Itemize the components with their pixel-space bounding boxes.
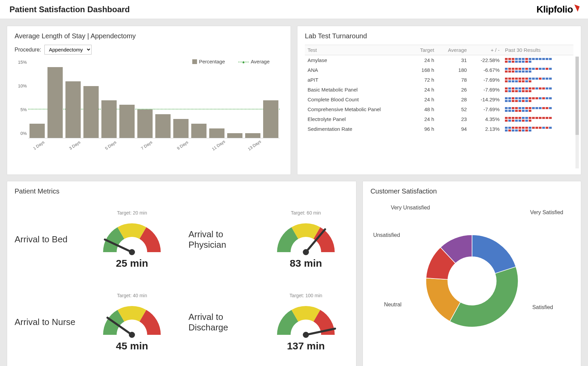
x-label: 11 Days (210, 138, 227, 152)
customer-satisfaction-card: Customer Satisfaction Very Satisfied Sat… (362, 181, 581, 366)
label-very-unsatisfied: Very Unsatisfied (391, 205, 430, 211)
gauge-value: 45 min (89, 340, 175, 352)
bar (30, 124, 45, 138)
donut-slice (450, 267, 518, 327)
card-title: Patient Metrics (15, 187, 349, 195)
x-label: 9 Days (174, 138, 191, 152)
y-tick: 5% (20, 107, 27, 112)
donut-slice (472, 235, 516, 273)
satisfaction-donut: Very Satisfied Satisfied Neutral Unsatis… (370, 200, 573, 362)
card-title: Customer Satisfaction (370, 187, 573, 195)
table-row[interactable]: Sedimentation Rate96 h942.13% (305, 124, 573, 134)
procedure-select[interactable]: Appendectomy (44, 45, 92, 55)
x-label (228, 138, 245, 152)
sparkline-icon (505, 78, 552, 82)
bar (263, 100, 278, 138)
sparkline-icon (505, 117, 552, 122)
col-delta[interactable]: + / - (470, 45, 503, 55)
sparkline-icon (505, 107, 552, 112)
brand-logo: Klipfolio◥ (536, 4, 579, 15)
y-tick: 10% (18, 83, 27, 88)
table-row[interactable]: Amylase24 h31-22.58% (305, 55, 573, 65)
bar (245, 133, 260, 138)
bar (65, 81, 81, 138)
patient-metrics-card: Patient Metrics Arrival to BedTarget: 20… (7, 181, 356, 366)
label-unsatisfied: Unsatisfied (373, 232, 400, 238)
svg-point-1 (129, 249, 135, 255)
svg-point-7 (303, 332, 309, 338)
x-label (48, 138, 65, 152)
percentage-swatch-icon (192, 59, 197, 64)
table-row[interactable]: Electrolyte Panel24 h234.35% (305, 114, 573, 124)
x-label (84, 138, 101, 152)
table-row[interactable]: Complete Blood Count24 h28-14.29% (305, 95, 573, 104)
bar (101, 100, 117, 138)
x-label: 13 Days (246, 138, 263, 152)
gauge-value: 83 min (263, 258, 349, 269)
sparkline-icon (505, 127, 552, 131)
gauge-cell: Arrival to NurseTarget: 40 min 45 min (15, 283, 175, 362)
gauge-label: Arrival to Physician (189, 229, 263, 250)
bar (227, 133, 242, 138)
bar (209, 128, 224, 138)
y-tick: 0% (20, 131, 27, 136)
x-label: 5 Days (102, 138, 119, 152)
bar (137, 109, 153, 138)
gauge-value: 137 min (263, 340, 349, 352)
table-row[interactable]: aPIT72 h78-7.69% (305, 75, 573, 85)
gauge-label: Arrival to Nurse (15, 317, 89, 327)
bar (173, 119, 189, 138)
x-label: 3 Days (66, 138, 83, 152)
label-satisfied: Satisfied (532, 304, 553, 310)
col-past[interactable]: Past 30 Results (502, 45, 573, 55)
page-title: Patient Satisfaction Dashboard (9, 5, 130, 14)
procedure-label: Procedure: (15, 47, 41, 53)
x-label: 7 Days (138, 138, 155, 152)
col-average[interactable]: Average (437, 45, 469, 55)
gauge-label: Arrival to Bed (15, 234, 89, 245)
gauge-cell: Arrival to BedTarget: 20 min 25 min (15, 200, 175, 279)
col-target[interactable]: Target (411, 45, 437, 55)
svg-point-5 (129, 332, 135, 338)
table-row[interactable]: Basic Metabolic Panel24 h26-7.69% (305, 85, 573, 95)
table-scrollbar[interactable] (575, 57, 579, 168)
bar (155, 114, 171, 138)
lab-turnaround-card: Lab Test Turnaround Test Target Average … (297, 26, 581, 175)
table-row[interactable]: Comprehensive Metabolic Panel48 h52-7.69… (305, 104, 573, 114)
sparkline-icon (505, 87, 552, 92)
svg-point-3 (303, 249, 309, 255)
label-neutral: Neutral (384, 302, 401, 308)
sparkline-icon (505, 68, 552, 73)
bar (83, 86, 99, 138)
x-label (120, 138, 137, 152)
length-of-stay-card: Average Length of Stay | Appendectomy Pr… (7, 26, 291, 175)
bar (191, 124, 207, 138)
gauge-label: Arrival to Discharge (189, 312, 263, 333)
chart-legend: Percentage Average (15, 59, 283, 64)
sparkline-icon (505, 58, 552, 63)
gauge-cell: Arrival to DischargeTarget: 100 min 137 … (189, 283, 349, 362)
x-label: 1 Days (30, 138, 47, 152)
label-very-satisfied: Very Satisfied (530, 209, 563, 216)
x-label (264, 138, 281, 152)
bar (47, 67, 63, 138)
card-title: Average Length of Stay | Appendectomy (15, 32, 283, 40)
gauge-value: 25 min (89, 258, 175, 269)
gauge-cell: Arrival to PhysicianTarget: 60 min 83 mi… (189, 200, 349, 279)
los-bar-chart: 0%5%10%15% 1 Days3 Days5 Days7 Days9 Day… (28, 67, 280, 148)
x-label (192, 138, 209, 152)
topbar: Patient Satisfaction Dashboard Klipfolio… (0, 0, 588, 19)
x-label (156, 138, 173, 152)
col-test[interactable]: Test (305, 45, 411, 55)
average-line-icon (238, 62, 249, 62)
lab-table: Test Target Average + / - Past 30 Result… (305, 45, 573, 134)
y-tick: 15% (18, 60, 27, 65)
card-title: Lab Test Turnaround (305, 32, 573, 40)
logo-accent-icon: ◥ (572, 3, 580, 12)
sparkline-icon (505, 97, 552, 102)
table-row[interactable]: ANA168 h180-6.67% (305, 65, 573, 75)
bar (119, 105, 135, 138)
